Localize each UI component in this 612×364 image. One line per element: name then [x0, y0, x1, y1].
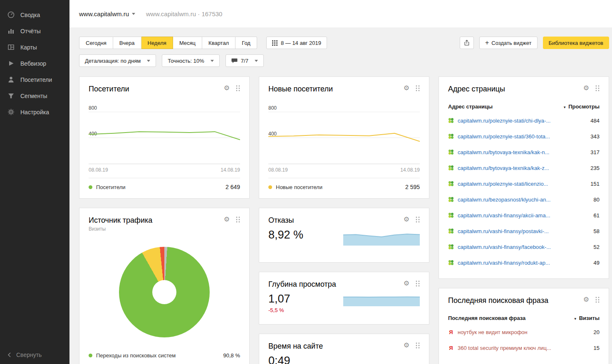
- sidebar-item-label: Посетители: [20, 76, 52, 83]
- speech-bubble-icon: [231, 58, 238, 64]
- page-views-value: 317: [590, 149, 600, 155]
- tab-week[interactable]: Неделя: [141, 37, 173, 49]
- goals-dropdown[interactable]: 7/7: [225, 54, 264, 67]
- page-url-link[interactable]: capitalwm.ru/poleznyie-stati/licenzio...: [458, 181, 548, 187]
- site-favicon-icon: [448, 244, 454, 250]
- site-favicon-icon: [448, 149, 454, 155]
- detail-dropdown[interactable]: Детализация: по дням: [79, 54, 156, 67]
- page-url-link[interactable]: capitalwm.ru/poleznyie-stati/chi-dlya-..…: [458, 118, 550, 124]
- tab-today[interactable]: Сегодня: [79, 37, 113, 49]
- column-2: Новые посетители ⚙ 800 400 08.08.19 14.0: [259, 76, 429, 364]
- widget-new-visitors: Новые посетители ⚙ 800 400 08.08.19 14.0: [259, 76, 429, 199]
- period-toolbar: Сегодня Вчера Неделя Месяц Квартал Год 8…: [79, 37, 609, 49]
- page-url-link[interactable]: capitalwm.ru/poleznyie-stati/360-tota...: [458, 133, 550, 140]
- page-url-link[interactable]: capitalwm.ru/vashi-finansy/akcii-ama...: [458, 212, 550, 219]
- page-row: capitalwm.ru/vashi-finansy/postavki-... …: [448, 223, 600, 239]
- sidebar-item-visitors[interactable]: Посетители: [0, 71, 69, 88]
- site-favicon-icon: [448, 260, 454, 266]
- site-selector-dropdown[interactable]: www.capitalwm.ru: [79, 10, 135, 17]
- widget-drag-handle-icon[interactable]: [236, 216, 240, 223]
- page-views-value: 235: [590, 165, 600, 171]
- page-row: capitalwm.ru/bytovaya-texnika/kak-z... 2…: [448, 160, 600, 176]
- widget-drag-handle-icon[interactable]: [416, 342, 420, 349]
- widget-settings-gear-icon[interactable]: ⚙: [583, 296, 589, 303]
- maps-icon: [7, 44, 15, 51]
- page-views-value: 151: [590, 181, 600, 187]
- page-views-value: 58: [594, 228, 600, 234]
- widget-drag-handle-icon[interactable]: [416, 216, 420, 223]
- widget-page-depth: Глубина просмотра ⚙ 1,07 -5,5 %: [259, 272, 429, 325]
- page-row: capitalwm.ru/vashi-finansy/facebook-... …: [448, 239, 600, 255]
- column-header-views[interactable]: ▼Просмотры: [563, 103, 600, 110]
- webvisor-play-icon: [7, 60, 15, 67]
- sidebar-item-reports[interactable]: Отчёты: [0, 23, 69, 39]
- tab-yesterday[interactable]: Вчера: [113, 37, 141, 49]
- date-range-button[interactable]: 8 — 14 авг 2019: [266, 37, 327, 49]
- time-on-site-value: 0:49: [268, 354, 290, 364]
- new-visitors-total: 2 595: [405, 184, 420, 190]
- widget-visitors: Посетители ⚙ 800 400 08.08.19 14.08.19: [79, 76, 250, 199]
- sidebar-item-segments[interactable]: Сегменты: [0, 88, 69, 104]
- create-widget-button[interactable]: + Создать виджет: [479, 37, 538, 49]
- sidebar-item-label: Отчёты: [20, 28, 41, 34]
- widget-settings-gear-icon[interactable]: ⚙: [404, 85, 409, 91]
- widget-settings-gear-icon[interactable]: ⚙: [224, 85, 230, 91]
- page-views-value: 343: [590, 133, 600, 140]
- x-tick-end: 14.08.19: [221, 167, 240, 173]
- widget-drag-handle-icon[interactable]: [416, 280, 420, 287]
- yandex-icon: Я: [448, 345, 454, 351]
- chevron-down-icon: [211, 60, 214, 62]
- sidebar-collapse-button[interactable]: Свернуть: [0, 347, 69, 363]
- widget-drag-handle-icon[interactable]: [595, 85, 600, 91]
- legend-label: Посетители: [96, 184, 126, 190]
- page-url-link[interactable]: capitalwm.ru/vashi-finansy/rodukt-ap...: [458, 260, 550, 266]
- export-button[interactable]: [460, 37, 474, 49]
- search-phrase-link[interactable]: 360 total security премиум ключ лиц...: [458, 345, 551, 351]
- sidebar-item-webvisor[interactable]: Вебвизор: [0, 55, 69, 71]
- sort-desc-icon: ▼: [574, 317, 577, 321]
- new-visitors-line-chart: 800 400: [268, 105, 420, 164]
- chevron-down-icon: [147, 60, 150, 62]
- widget-drag-handle-icon[interactable]: [236, 85, 240, 91]
- page-url-link[interactable]: capitalwm.ru/bytovaya-texnika/kak-n...: [458, 149, 549, 155]
- column-header-url[interactable]: Адрес страницы: [448, 103, 493, 110]
- page-views-value: 61: [594, 212, 600, 219]
- widget-title: Глубина просмотра: [268, 280, 336, 289]
- widget-title: Адрес страницы: [448, 85, 505, 93]
- widget-drag-handle-icon[interactable]: [595, 297, 600, 303]
- page-url-link[interactable]: capitalwm.ru/vashi-finansy/postavki-...: [458, 228, 549, 234]
- tab-quarter[interactable]: Квартал: [202, 37, 235, 49]
- widget-settings-gear-icon[interactable]: ⚙: [404, 216, 409, 223]
- widget-settings-gear-icon[interactable]: ⚙: [224, 216, 230, 223]
- page-row: capitalwm.ru/poleznyie-stati/licenzio...…: [448, 176, 600, 192]
- bounce-sparkline: [343, 230, 420, 246]
- widget-drag-handle-icon[interactable]: [416, 85, 420, 91]
- yandex-icon: Я: [448, 329, 454, 335]
- page-url-link[interactable]: capitalwm.ru/bytovaya-texnika/kak-z...: [458, 165, 549, 171]
- widget-settings-gear-icon[interactable]: ⚙: [583, 85, 589, 91]
- tab-year[interactable]: Год: [235, 37, 257, 49]
- sidebar-item-settings[interactable]: Настройка: [0, 104, 69, 120]
- phrase-visits-value: 15: [594, 345, 600, 351]
- sidebar-item-summary[interactable]: Сводка: [0, 7, 69, 23]
- legend-row: Прямые заходы 6,57 %: [89, 361, 240, 364]
- tab-month[interactable]: Месяц: [173, 37, 202, 49]
- sidebar-item-maps[interactable]: Карты: [0, 39, 69, 55]
- search-phrase-link[interactable]: ноутбук не видит микрофон: [458, 329, 528, 335]
- legend-label: Новые посетители: [276, 184, 322, 190]
- site-selector-label: www.capitalwm.ru: [79, 10, 129, 17]
- widget-library-button[interactable]: Библиотека виджетов: [543, 37, 610, 49]
- widget-title: Посетители: [89, 85, 129, 93]
- column-header-phrase[interactable]: Последняя поисковая фраза: [448, 315, 525, 321]
- widget-settings-gear-icon[interactable]: ⚙: [404, 342, 409, 349]
- widget-bounce-rate: Отказы ⚙ 8,92 %: [259, 208, 429, 263]
- page-url-link[interactable]: capitalwm.ru/vashi-finansy/facebook-...: [458, 244, 551, 250]
- widget-settings-gear-icon[interactable]: ⚙: [404, 280, 409, 287]
- column-header-visits[interactable]: ▼Визиты: [574, 315, 600, 321]
- accuracy-dropdown[interactable]: Точность: 10%: [162, 54, 220, 67]
- date-range-label: 8 — 14 авг 2019: [281, 40, 321, 46]
- sidebar-item-label: Сводка: [20, 12, 40, 18]
- site-favicon-icon: [448, 197, 454, 202]
- page-url-link[interactable]: capitalwm.ru/bezopasnost/klyuchi-an...: [458, 197, 550, 203]
- page-depth-value: 1,07: [268, 293, 290, 305]
